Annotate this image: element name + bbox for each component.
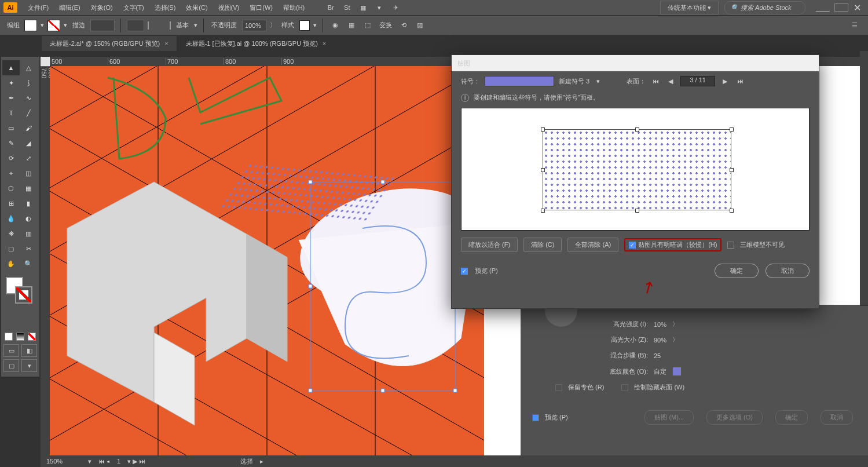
eyedropper-tool[interactable]: 💧 — [2, 211, 20, 226]
tab-close-icon[interactable]: × — [323, 40, 326, 47]
normal-draw-mode[interactable]: ▭ — [3, 344, 19, 357]
preview-handle[interactable] — [730, 168, 734, 172]
clear-button[interactable]: 清除 (C) — [523, 238, 562, 252]
menu-edit[interactable]: 编辑(E) — [54, 1, 85, 14]
magic-wand-tool[interactable]: ✦ — [2, 75, 20, 90]
shape-icon[interactable]: ⬚ — [361, 19, 374, 32]
right-panel-strip[interactable] — [860, 51, 868, 306]
align-icon[interactable]: ▦ — [345, 19, 358, 32]
preview-checkbox[interactable] — [532, 414, 539, 421]
preview-handle[interactable] — [730, 209, 734, 213]
preview-handle[interactable] — [541, 168, 545, 172]
lasso-tool[interactable]: ⟆ — [20, 75, 37, 90]
dialog-titlebar[interactable]: 贴图 — [452, 55, 819, 71]
mesh-tool[interactable]: ⊞ — [2, 196, 20, 211]
blend-tool[interactable]: ◐ — [20, 211, 37, 226]
zoom-level[interactable]: 150% — [46, 458, 81, 465]
preserve-checkbox[interactable] — [555, 384, 562, 391]
cancel-button[interactable]: 取消 — [766, 264, 810, 278]
arrange-icon[interactable]: ▦ — [357, 2, 369, 13]
style-swatch[interactable] — [299, 20, 310, 31]
scale-to-fit-button[interactable]: 缩放以适合 (F) — [461, 238, 518, 252]
screen-mode[interactable]: ▢ — [3, 359, 19, 372]
symbol-sprayer-tool[interactable]: ❋ — [2, 226, 20, 241]
ok-button[interactable]: 确定 — [715, 264, 759, 278]
selection-tool[interactable]: ▲ — [2, 60, 20, 75]
color-mode[interactable] — [5, 333, 13, 341]
base-color-swatch[interactable] — [672, 367, 682, 376]
side-cancel-button[interactable]: 取消 — [821, 410, 853, 425]
invisible-checkbox[interactable] — [727, 242, 734, 249]
menu-type[interactable]: 文字(T) — [119, 1, 149, 14]
gradient-mode[interactable] — [16, 333, 24, 341]
preview-handle[interactable] — [730, 127, 734, 132]
map-preview[interactable] — [461, 108, 810, 231]
first-surface-button[interactable]: ⏮ — [650, 76, 661, 86]
stroke-color[interactable] — [15, 286, 32, 304]
rectangle-tool[interactable]: ▭ — [2, 121, 20, 136]
type-tool[interactable]: T — [2, 105, 20, 121]
pattern-preview[interactable] — [543, 129, 731, 210]
scale-tool[interactable]: ⤢ — [20, 151, 37, 166]
tab-close-icon[interactable]: × — [164, 40, 168, 47]
close-button[interactable]: ✕ — [851, 2, 863, 13]
menu-select[interactable]: 选择(S) — [150, 1, 181, 14]
pen-tool[interactable]: ✒ — [2, 90, 20, 105]
transform-icon[interactable]: ⟲ — [397, 19, 410, 32]
next-surface-button[interactable]: ▶ — [720, 76, 730, 86]
menu-help[interactable]: 帮助(H) — [279, 1, 309, 14]
line-tool[interactable]: ╱ — [20, 105, 37, 121]
last-surface-button[interactable]: ⏭ — [735, 76, 745, 86]
menu-object[interactable]: 对象(O) — [86, 1, 118, 14]
stroke-swatch[interactable] — [47, 20, 60, 31]
free-transform-tool[interactable]: ◫ — [20, 166, 37, 181]
stock-icon[interactable]: St — [341, 2, 353, 13]
tab-active[interactable]: 未标题-2.ai* @ 150% (RGB/GPU 预览)× — [42, 36, 177, 51]
preview-checkbox[interactable]: ✓ — [461, 268, 468, 275]
width-tool[interactable]: ⌖ — [2, 166, 20, 181]
bridge-icon[interactable]: Br — [325, 2, 336, 13]
prev-surface-button[interactable]: ◀ — [665, 76, 676, 86]
zoom-tool[interactable]: 🔍 — [20, 256, 37, 271]
clear-all-button[interactable]: 全部清除 (A) — [567, 238, 618, 252]
surface-pager[interactable]: 3 / 11 — [680, 76, 715, 86]
rotate-tool[interactable]: ⟳ — [2, 151, 20, 166]
preview-handle[interactable] — [541, 209, 545, 213]
workspace-switcher[interactable]: 传统基本功能 ▾ — [660, 1, 719, 15]
tab-inactive[interactable]: 未标题-1 [已恢复].ai @ 100% (RGB/GPU 预览)× — [178, 36, 335, 51]
artboard-page[interactable]: 1 — [117, 458, 120, 465]
paintbrush-tool[interactable]: 🖌 — [20, 121, 37, 136]
map-button[interactable]: 贴图 (M)... — [644, 410, 694, 425]
slice-tool[interactable]: ✂ — [20, 241, 37, 256]
chevron-down-icon[interactable]: ▾ — [373, 2, 385, 13]
symbol-dropdown[interactable] — [485, 76, 554, 86]
send-icon[interactable]: ✈ — [390, 2, 401, 13]
search-input[interactable]: 🔍 搜索 Adobe Stock — [724, 1, 805, 14]
perspective-tool[interactable]: ▦ — [20, 181, 37, 196]
maximize-button[interactable] — [834, 3, 848, 12]
preview-handle[interactable] — [635, 209, 639, 213]
opacity-input[interactable]: 100% — [242, 20, 266, 31]
profile-preview[interactable] — [127, 20, 144, 31]
menu-effect[interactable]: 效果(C) — [181, 1, 212, 14]
menu-view[interactable]: 视图(V) — [214, 1, 244, 14]
stroke-weight[interactable] — [90, 20, 115, 31]
shape-builder-tool[interactable]: ⬡ — [2, 181, 20, 196]
hidden-checkbox[interactable] — [621, 384, 628, 391]
more-button[interactable]: 更多选项 (O) — [706, 410, 763, 425]
direct-selection-tool[interactable]: △ — [20, 60, 37, 75]
side-ok-button[interactable]: 确定 — [775, 410, 808, 425]
screen-mode-dd[interactable]: ▾ — [21, 359, 37, 372]
preview-handle[interactable] — [635, 127, 639, 132]
shade-checkbox[interactable]: ✓ — [629, 242, 636, 249]
gradient-tool[interactable]: ▮ — [20, 196, 37, 211]
hand-tool[interactable]: ✋ — [2, 256, 20, 271]
minimize-button[interactable] — [816, 3, 830, 12]
none-mode[interactable] — [28, 333, 36, 341]
isolate-icon[interactable]: ▨ — [413, 19, 426, 32]
fill-swatch[interactable] — [24, 20, 37, 31]
menu-window[interactable]: 窗口(W) — [245, 1, 277, 14]
menu-file[interactable]: 文件(F) — [23, 1, 53, 14]
shaper-tool[interactable]: ✎ — [2, 136, 20, 151]
artboard-tool[interactable]: ▢ — [2, 241, 20, 256]
